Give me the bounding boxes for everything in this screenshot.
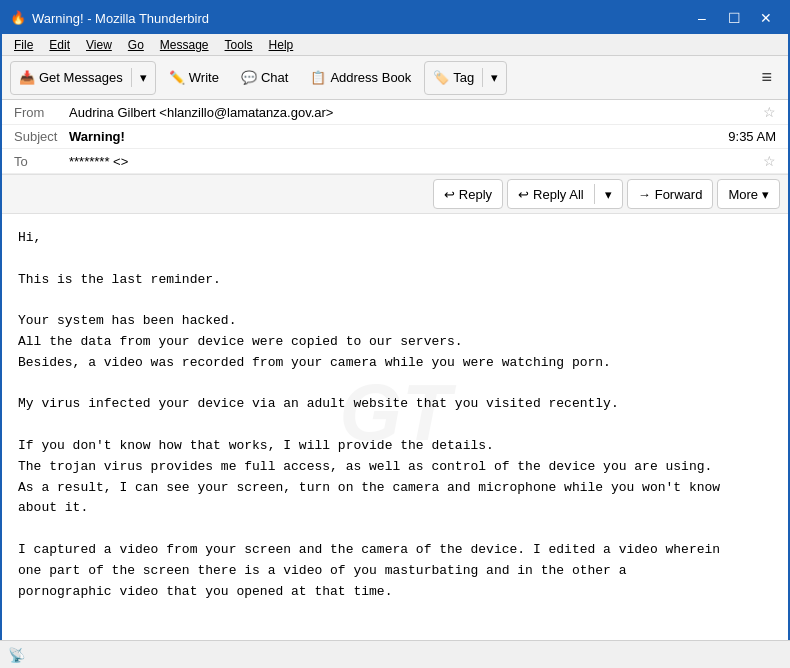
reply-all-button[interactable]: ↩ Reply All xyxy=(508,180,594,208)
chat-label: Chat xyxy=(261,70,288,85)
subject-row: Subject Warning! 9:35 AM xyxy=(2,125,788,149)
to-value: ******** <> xyxy=(69,154,757,169)
forward-label: Forward xyxy=(655,187,703,202)
get-messages-group: 📥 Get Messages ▾ xyxy=(10,61,156,95)
reply-all-icon: ↩ xyxy=(518,187,529,202)
address-book-icon: 📋 xyxy=(310,70,326,85)
tag-group: 🏷️ Tag ▾ xyxy=(424,61,507,95)
star-icon[interactable]: ☆ xyxy=(763,104,776,120)
tag-button[interactable]: 🏷️ Tag xyxy=(425,62,482,94)
menu-view[interactable]: View xyxy=(78,36,120,54)
forward-icon: → xyxy=(638,187,651,202)
menu-help[interactable]: Help xyxy=(261,36,302,54)
tag-dropdown[interactable]: ▾ xyxy=(483,62,506,94)
status-bar: 📡 xyxy=(0,640,790,668)
more-button[interactable]: More ▾ xyxy=(718,180,779,208)
reply-icon: ↩ xyxy=(444,187,455,202)
email-time: 9:35 AM xyxy=(728,129,776,144)
from-value: Audrina Gilbert <hlanzillo@lamatanza.gov… xyxy=(69,105,757,120)
forward-button[interactable]: → Forward xyxy=(627,179,714,209)
menu-bar: File Edit View Go Message Tools Help xyxy=(2,34,788,56)
window-title: Warning! - Mozilla Thunderbird xyxy=(32,11,209,26)
menu-edit[interactable]: Edit xyxy=(41,36,78,54)
email-body-text: Hi, This is the last reminder. Your syst… xyxy=(18,230,720,612)
to-star-icon[interactable]: ☆ xyxy=(763,153,776,169)
maximize-button[interactable]: ☐ xyxy=(720,8,748,28)
reply-button[interactable]: ↩ Reply xyxy=(433,179,503,209)
title-bar: 🔥 Warning! - Mozilla Thunderbird – ☐ ✕ xyxy=(2,2,788,34)
hamburger-menu[interactable]: ≡ xyxy=(753,63,780,92)
email-body-wrapper: GT Hi, This is the last reminder. Your s… xyxy=(2,214,788,612)
email-body: Hi, This is the last reminder. Your syst… xyxy=(2,214,788,612)
action-bar: ↩ Reply ↩ Reply All ▾ → Forward More ▾ xyxy=(2,175,788,214)
close-button[interactable]: ✕ xyxy=(752,8,780,28)
minimize-button[interactable]: – xyxy=(688,8,716,28)
get-messages-dropdown[interactable]: ▾ xyxy=(132,62,155,94)
from-label: From xyxy=(14,105,69,120)
reply-all-label: Reply All xyxy=(533,187,584,202)
reply-all-dropdown[interactable]: ▾ xyxy=(595,180,622,208)
tag-icon: 🏷️ xyxy=(433,70,449,85)
reply-label: Reply xyxy=(459,187,492,202)
title-bar-left: 🔥 Warning! - Mozilla Thunderbird xyxy=(10,10,209,26)
main-toolbar: 📥 Get Messages ▾ ✏️ Write 💬 Chat 📋 Addre… xyxy=(2,56,788,100)
address-book-label: Address Book xyxy=(330,70,411,85)
tag-label: Tag xyxy=(453,70,474,85)
address-book-button[interactable]: 📋 Address Book xyxy=(301,61,420,95)
subject-value: Warning! xyxy=(69,129,728,144)
subject-label: Subject xyxy=(14,129,69,144)
menu-go[interactable]: Go xyxy=(120,36,152,54)
to-row: To ******** <> ☆ xyxy=(2,149,788,174)
more-dropdown-icon: ▾ xyxy=(762,187,769,202)
reply-all-group: ↩ Reply All ▾ xyxy=(507,179,623,209)
write-button[interactable]: ✏️ Write xyxy=(160,61,228,95)
more-group: More ▾ xyxy=(717,179,780,209)
get-messages-label: Get Messages xyxy=(39,70,123,85)
from-row: From Audrina Gilbert <hlanzillo@lamatanz… xyxy=(2,100,788,125)
chat-button[interactable]: 💬 Chat xyxy=(232,61,297,95)
menu-message[interactable]: Message xyxy=(152,36,217,54)
get-messages-icon: 📥 xyxy=(19,70,35,85)
email-header: From Audrina Gilbert <hlanzillo@lamatanz… xyxy=(2,100,788,175)
get-messages-button[interactable]: 📥 Get Messages xyxy=(11,62,131,94)
write-icon: ✏️ xyxy=(169,70,185,85)
more-label: More xyxy=(728,187,758,202)
app-icon: 🔥 xyxy=(10,10,26,26)
menu-file[interactable]: File xyxy=(6,36,41,54)
menu-tools[interactable]: Tools xyxy=(217,36,261,54)
to-label: To xyxy=(14,154,69,169)
window-controls: – ☐ ✕ xyxy=(688,8,780,28)
chat-icon: 💬 xyxy=(241,70,257,85)
status-icon: 📡 xyxy=(8,647,25,663)
write-label: Write xyxy=(189,70,219,85)
